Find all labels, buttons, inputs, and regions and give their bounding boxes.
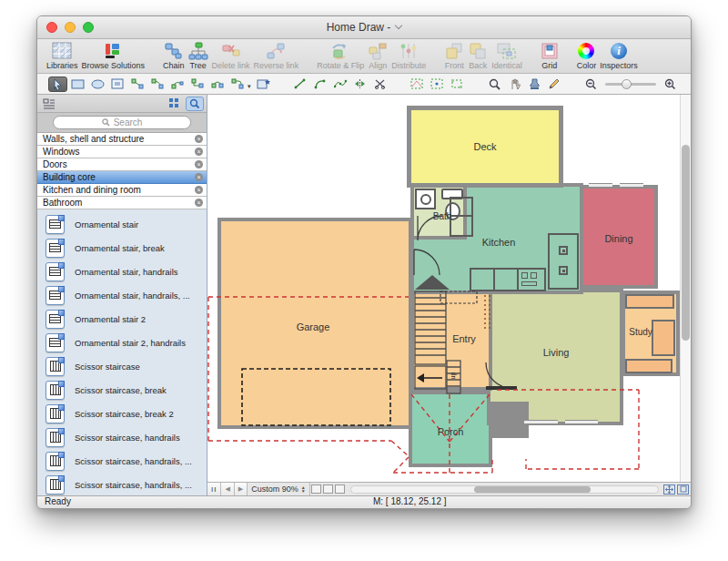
inspectors-button[interactable]: iInspectors	[600, 41, 638, 70]
pencil-tool[interactable]	[544, 76, 563, 92]
zoom-tool[interactable]	[485, 76, 504, 92]
zoom-stepper-icon[interactable]: ▲▼	[301, 485, 306, 493]
sidebar-category-windows[interactable]: Windows×	[37, 146, 207, 158]
stair-shape-icon[interactable]	[46, 428, 65, 447]
arc-tool[interactable]	[310, 76, 329, 92]
remove-category-icon[interactable]: ×	[195, 173, 203, 181]
zoom-out-button[interactable]	[581, 76, 601, 92]
back-button[interactable]: Back	[468, 41, 488, 70]
horizontal-scrollbar[interactable]	[350, 485, 659, 494]
stair-shape-icon[interactable]	[46, 239, 65, 258]
reverse-link-button[interactable]: Reverse link	[254, 41, 299, 70]
icon-view-button[interactable]	[165, 97, 183, 111]
distribute-button[interactable]: Distribute	[391, 41, 426, 70]
shape-item[interactable]: Scissor staircase	[37, 354, 207, 378]
color-button[interactable]: Color	[577, 41, 597, 70]
remove-category-icon[interactable]: ×	[195, 148, 203, 156]
remove-category-icon[interactable]: ×	[195, 199, 203, 207]
prev-page-button[interactable]: ◀	[221, 483, 234, 495]
minimize-window-button[interactable]	[65, 22, 76, 33]
align-button[interactable]: Align	[368, 41, 388, 70]
horizontal-scrollbar-thumb[interactable]	[474, 486, 591, 493]
reshape-tool[interactable]	[408, 76, 427, 92]
search-view-button[interactable]	[186, 97, 204, 111]
text-frame-tool[interactable]	[108, 76, 127, 92]
browse-solutions-button[interactable]: Browse Solutions	[82, 41, 146, 70]
shape-item[interactable]: Scissor staircase, handrails	[37, 425, 207, 449]
mirror-tool[interactable]	[350, 76, 369, 92]
smart-connector-tool[interactable]	[187, 76, 207, 92]
sidebar-category-bathroom[interactable]: Bathroom×	[37, 197, 207, 209]
page-thumbnail[interactable]	[323, 484, 333, 494]
sidebar-category-walls-shell-and-structure[interactable]: Walls, shell and structure×	[37, 133, 207, 146]
direct-connector-tool[interactable]	[128, 76, 147, 92]
pointer-tool[interactable]	[48, 76, 67, 92]
stair-shape-icon[interactable]	[46, 452, 65, 471]
zoom-slider-knob[interactable]	[622, 79, 632, 89]
vertical-scrollbar[interactable]	[680, 95, 691, 482]
identical-button[interactable]: Identical	[491, 41, 522, 70]
transform-tool[interactable]	[448, 76, 467, 92]
pause-layout-button[interactable]: II	[207, 483, 221, 495]
pan-hand-tool[interactable]	[505, 76, 524, 92]
stair-shape-icon[interactable]	[46, 357, 65, 376]
ellipse-tool[interactable]	[88, 76, 107, 92]
stair-shape-icon[interactable]	[46, 475, 65, 495]
close-window-button[interactable]	[46, 22, 57, 33]
title-chevron-icon[interactable]	[395, 22, 402, 29]
zoom-in-button[interactable]	[661, 76, 680, 92]
sidebar-category-doors[interactable]: Doors×	[37, 158, 207, 171]
edit-vertices-tool[interactable]	[428, 76, 447, 92]
rounded-connector-tool[interactable]	[228, 76, 247, 92]
vertical-scrollbar-thumb[interactable]	[682, 145, 690, 341]
drawing-canvas[interactable]: Deck Bath Kitchen Dining Garage Entry Li…	[207, 95, 691, 482]
insert-object-tool[interactable]	[254, 76, 273, 92]
shape-item[interactable]: Scissor staircase, handrails, ...	[37, 473, 207, 495]
page-thumbnail[interactable]	[335, 484, 345, 494]
stair-shape-icon[interactable]	[46, 310, 65, 329]
front-button[interactable]: Front	[444, 41, 464, 70]
sidebar-category-kitchen-and-dining-room[interactable]: Kitchen and dining room×	[37, 184, 207, 197]
stamp-tool[interactable]	[525, 76, 544, 92]
zoom-window-button[interactable]	[83, 22, 94, 33]
connector-dropdown-icon[interactable]: ▾	[248, 83, 251, 90]
shape-item[interactable]: Ornamental stair, break	[37, 236, 207, 260]
delete-link-button[interactable]: Delete link	[212, 41, 250, 70]
shape-item[interactable]: Ornamental stair, handrails	[37, 260, 207, 283]
shape-item[interactable]: Ornamental stair 2	[37, 307, 207, 331]
curved-connector-tool[interactable]	[207, 76, 227, 92]
arc-connector-tool[interactable]	[148, 76, 167, 92]
stair-shape-icon[interactable]	[46, 333, 65, 352]
spline-tool[interactable]	[330, 76, 349, 92]
page-thumbnail[interactable]	[311, 484, 321, 494]
remove-category-icon[interactable]: ×	[195, 186, 203, 194]
chain-button[interactable]: Chain	[163, 41, 185, 70]
library-organizer-button[interactable]	[40, 97, 58, 111]
tree-button[interactable]: Tree	[188, 41, 208, 70]
shape-item[interactable]: Ornamental stair 2, handrails	[37, 331, 207, 354]
shape-item[interactable]: Scissor staircase, break	[37, 378, 207, 402]
shape-item[interactable]: Scissor staircase, handrails, ...	[37, 449, 207, 473]
stair-shape-icon[interactable]	[46, 286, 65, 305]
stair-shape-icon[interactable]	[46, 404, 65, 423]
zoom-slider[interactable]	[605, 83, 656, 86]
rectangle-tool[interactable]	[68, 76, 87, 92]
next-page-button[interactable]: ▶	[235, 483, 248, 495]
zoom-level-select[interactable]: Custom 90% ▲▼	[248, 483, 309, 495]
rotate-flip-button[interactable]: Rotate & Flip	[317, 41, 364, 70]
stair-shape-icon[interactable]	[46, 262, 65, 281]
stair-shape-icon[interactable]	[46, 215, 65, 234]
bezier-connector-tool[interactable]	[167, 76, 187, 92]
line-tool[interactable]	[291, 76, 310, 92]
stair-shape-icon[interactable]	[46, 381, 65, 400]
remove-category-icon[interactable]: ×	[195, 160, 203, 168]
fit-page-icon[interactable]	[663, 484, 675, 495]
shape-item[interactable]: Scissor staircase, break 2	[37, 402, 207, 425]
libraries-button[interactable]: Libraries	[46, 41, 78, 70]
search-input[interactable]: Search	[53, 116, 191, 129]
grid-button[interactable]: Grid	[541, 41, 559, 70]
split-tool[interactable]	[370, 76, 389, 92]
sidebar-category-building-core[interactable]: Building core×	[37, 171, 207, 184]
shape-item[interactable]: Ornamental stair	[37, 212, 207, 236]
shape-item[interactable]: Ornamental stair, handrails, ...	[37, 283, 207, 307]
